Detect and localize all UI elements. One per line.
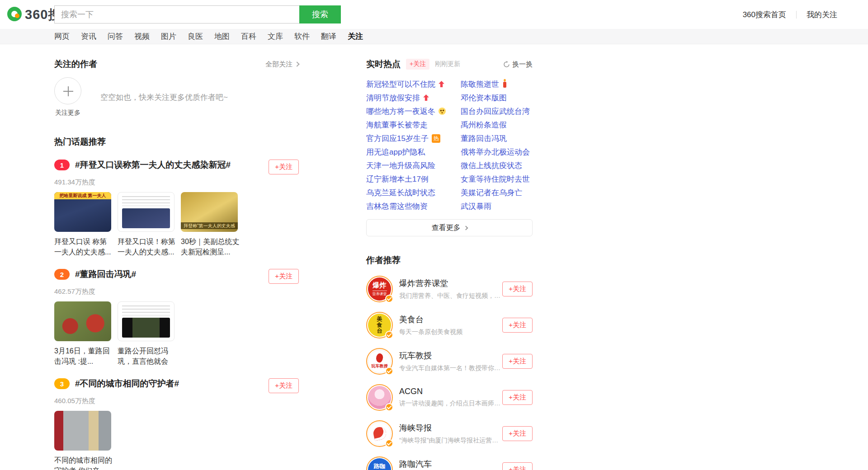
hot-topic-item[interactable]: 武汉暴雨: [461, 199, 533, 213]
hot-topic-link[interactable]: 哪些地方将一夜返冬: [366, 106, 435, 117]
follow-topic-button[interactable]: +关注: [269, 269, 299, 284]
realtime-follow-badge[interactable]: +关注: [406, 59, 429, 70]
topic-thumbnail-image[interactable]: [118, 301, 175, 341]
tab-images[interactable]: 图片: [161, 29, 176, 44]
hot-topic-item[interactable]: 陈敬熊逝世: [461, 77, 533, 91]
hot-topic-item[interactable]: 用无追app护隐私: [366, 145, 461, 159]
hot-topic-link[interactable]: 邓伦资本版图: [461, 93, 507, 103]
follow-topic-button[interactable]: +关注: [269, 160, 299, 174]
hot-topic-item[interactable]: 清明节放假安排: [366, 91, 461, 104]
hot-topic-link[interactable]: 官方回应15岁生子: [366, 133, 429, 144]
author-description: 专业汽车自媒体第一名！教授带你买车！: [399, 364, 502, 372]
hot-topic-link[interactable]: 海航董事长被带走: [366, 120, 428, 130]
search-button[interactable]: 搜索: [299, 5, 341, 24]
topic-title[interactable]: #不同的城市相同的守护者#: [75, 378, 179, 389]
author-name[interactable]: ACGN: [399, 387, 502, 396]
tab-health[interactable]: 良医: [188, 29, 203, 44]
topic-thumbnail-image[interactable]: [54, 301, 111, 341]
hot-topic-link[interactable]: 辽宁新增本土17例: [366, 174, 429, 184]
author-name[interactable]: 海峡导报: [399, 423, 502, 433]
avatar[interactable]: 玩车教授: [366, 348, 393, 375]
avatar[interactable]: 路咖汽车: [366, 456, 393, 470]
add-author-button[interactable]: [54, 77, 81, 104]
follow-topic-button[interactable]: +关注: [269, 378, 299, 393]
follow-author-button[interactable]: +关注: [502, 462, 533, 470]
hot-topic-link[interactable]: 俄将举办北极运动会: [461, 147, 530, 157]
hot-topic-item[interactable]: 微信上线抗疫状态: [461, 159, 533, 172]
topic-thumbnail-image[interactable]: [54, 411, 111, 451]
tab-wiki[interactable]: 百科: [241, 29, 256, 44]
tab-translate[interactable]: 翻译: [321, 29, 336, 44]
refresh-button[interactable]: 换一换: [503, 60, 533, 69]
tab-qa[interactable]: 问答: [108, 29, 123, 44]
tab-maps[interactable]: 地图: [214, 29, 230, 44]
tab-library[interactable]: 文库: [268, 29, 283, 44]
hot-topic-item[interactable]: 女童等待住院时去世: [461, 172, 533, 186]
avatar[interactable]: [366, 384, 393, 411]
hot-topic-item[interactable]: 邓伦资本版图: [461, 91, 533, 104]
hot-topic-link[interactable]: 天津一地升级高风险: [366, 160, 435, 171]
author-name[interactable]: 爆炸营养课堂: [399, 278, 502, 289]
follow-author-button[interactable]: +关注: [502, 282, 533, 296]
author-name[interactable]: 路咖汽车: [399, 459, 494, 470]
hot-topic-item[interactable]: 哪些地方将一夜返冬: [366, 104, 461, 118]
author-name[interactable]: 玩车教授: [399, 350, 502, 361]
hot-topic-item[interactable]: 官方回应15岁生子 热: [366, 132, 461, 145]
thumbnail-caption[interactable]: 30秒｜美副总统丈夫新冠检测呈...: [181, 236, 241, 257]
hot-topic-link[interactable]: 清明节放假安排: [366, 93, 420, 103]
avatar[interactable]: 美食台: [366, 312, 393, 338]
topic-title[interactable]: #拜登又口误称第一夫人的丈夫感染新冠#: [75, 160, 231, 170]
see-more-button[interactable]: 查看更多: [366, 219, 533, 236]
topic-thumbnail-image[interactable]: 把哈里斯说成 第一夫人: [54, 192, 111, 232]
hot-topic-link[interactable]: 新冠轻型可以不住院: [366, 79, 435, 89]
thumbnail-caption[interactable]: 不同的城市相同的守护者 你们辛...: [54, 455, 114, 470]
hot-topic-item[interactable]: 董路回击冯巩: [461, 132, 533, 145]
topic-thumbnail-image[interactable]: 拜登称“第一夫人的丈夫感: [181, 192, 238, 232]
all-follow-link[interactable]: 全部关注: [265, 60, 299, 69]
hot-topic-item[interactable]: 新冠轻型可以不住院: [366, 77, 461, 91]
topic-thumbnail-image[interactable]: [118, 192, 175, 232]
hot-topic-link[interactable]: 陈敬熊逝世: [461, 79, 499, 89]
tab-software[interactable]: 软件: [294, 29, 310, 44]
nav-tab-bar: 网页 资讯 问答 视频 图片 良医 地图 百科 文库 软件 翻译 关注: [0, 29, 868, 44]
hot-topic-link[interactable]: 董路回击冯巩: [461, 133, 507, 144]
tab-webpage[interactable]: 网页: [54, 29, 70, 44]
search-input[interactable]: [54, 5, 299, 24]
hot-topic-item[interactable]: 禹州粉条造假: [461, 118, 533, 132]
avatar[interactable]: 爆炸 营养课堂: [366, 276, 393, 302]
follow-author-button[interactable]: +关注: [502, 390, 533, 405]
thumbnail-caption[interactable]: 拜登又口误 称第一夫人的丈夫感...: [54, 236, 114, 257]
hot-topic-link[interactable]: 微信上线抗疫状态: [461, 160, 522, 171]
topic-title[interactable]: #董路回击冯巩#: [75, 269, 136, 280]
hot-topic-link[interactable]: 武汉暴雨: [461, 201, 491, 212]
follow-author-button[interactable]: +关注: [502, 318, 533, 333]
follow-author-button[interactable]: +关注: [502, 426, 533, 441]
hot-topic-link[interactable]: 用无追app护隐私: [366, 147, 425, 157]
thumbnail-caption[interactable]: 董路公开回怼冯巩，直言他就会: [118, 346, 177, 367]
avatar[interactable]: [366, 420, 393, 447]
hot-topic-item[interactable]: 美媒记者在乌身亡: [461, 186, 533, 199]
follow-more-link[interactable]: 关注更多: [54, 109, 81, 117]
hot-topic-item[interactable]: 天津一地升级高风险: [366, 159, 461, 172]
hot-topic-link[interactable]: 乌克兰延长战时状态: [366, 188, 435, 198]
hot-topic-link[interactable]: 国台办回应武统台湾: [461, 106, 530, 117]
author-name[interactable]: 美食台: [399, 314, 462, 325]
tab-follow-active[interactable]: 关注: [348, 29, 363, 44]
hot-topic-item[interactable]: 乌克兰延长战时状态: [366, 186, 461, 199]
hot-topic-link[interactable]: 吉林急需这些物资: [366, 201, 428, 212]
tab-video[interactable]: 视频: [134, 29, 150, 44]
hot-topic-item[interactable]: 辽宁新增本土17例: [366, 172, 461, 186]
hot-topic-link[interactable]: 美媒记者在乌身亡: [461, 188, 522, 198]
hot-topic-item[interactable]: 海航董事长被带走: [366, 118, 461, 132]
hot-topic-link[interactable]: 女童等待住院时去世: [461, 174, 530, 184]
hot-topic-item[interactable]: 吉林急需这些物资: [366, 199, 461, 213]
hot-topic-link[interactable]: 禹州粉条造假: [461, 120, 507, 130]
thumbnail-caption[interactable]: 拜登又口误！称第一夫人的丈夫感...: [118, 236, 177, 257]
tab-news[interactable]: 资讯: [81, 29, 96, 44]
follow-author-button[interactable]: +关注: [502, 354, 533, 369]
hot-topic-item[interactable]: 俄将举办北极运动会: [461, 145, 533, 159]
hot-topic-item[interactable]: 国台办回应武统台湾: [461, 104, 533, 118]
my-follow-link[interactable]: 我的关注: [807, 9, 837, 20]
thumbnail-caption[interactable]: 3月16日，董路回击冯巩 :提...: [54, 346, 114, 367]
home-link[interactable]: 360搜索首页: [743, 9, 786, 20]
